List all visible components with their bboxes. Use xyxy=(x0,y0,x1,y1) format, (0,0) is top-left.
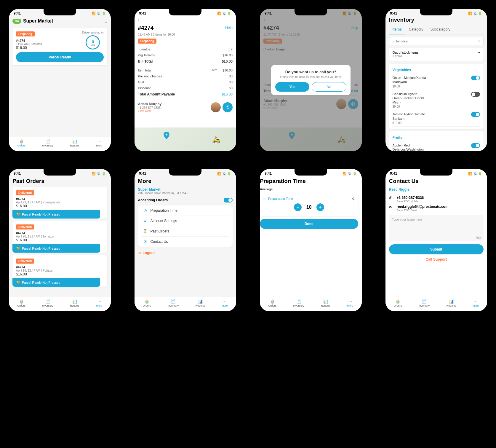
phone-label: Sales POC Mobile xyxy=(397,200,424,203)
menu-account-settings[interactable]: ⚙Account Settings xyxy=(142,216,229,226)
dialog-yes-button[interactable]: Yes xyxy=(275,82,309,92)
done-button[interactable]: Done xyxy=(260,219,358,229)
clock-icon: ◷ xyxy=(143,208,148,213)
stock-toggle[interactable] xyxy=(471,143,480,148)
rider-icon: 🛵 xyxy=(212,136,220,144)
inventory-item[interactable]: Apple - Red Delicious/Washington xyxy=(393,141,480,151)
phone-frame-1: 9:41 📶 📡 🔋 On Super Market ⌕ Preparing xyxy=(6,6,114,154)
tab-inventory[interactable]: 📄Inventory xyxy=(42,139,53,147)
line-desc: 2kg Tomatos xyxy=(138,54,155,57)
phone-frame-7: 9:41📶 📡 🔋 Preparation Time Average ◷Prep… xyxy=(257,166,365,314)
tab-bar: 🧁Orders 📄Inventory 📊Reports ⋯More xyxy=(385,297,487,311)
search-value: Tomatos xyxy=(396,39,408,43)
tab-more[interactable]: ⋯More xyxy=(347,299,353,307)
notch xyxy=(295,169,327,176)
search-icon[interactable]: ⌕ xyxy=(105,19,107,24)
logout-button[interactable]: ➜Logout xyxy=(138,251,233,255)
phone-row[interactable]: ✆ +1 650-287-5336Sales POC Mobile xyxy=(389,196,484,203)
search-input[interactable]: ⌕ Tomatos ✕ xyxy=(389,37,484,45)
inventory-item[interactable]: Onion - Medium/Kanda-Madhyam$8.00 xyxy=(393,74,480,90)
tab-orders[interactable]: 🧁Orders xyxy=(17,299,25,307)
issue-textarea[interactable]: Type your issue here 500 xyxy=(389,215,484,241)
filter-count: 3 Items xyxy=(393,55,480,58)
tab-inventory[interactable]: 📄Inventory xyxy=(293,299,304,307)
store-address: 216 Lincoln Drive Manheim, PA 17545 xyxy=(138,192,233,195)
status-time: 9:41 xyxy=(14,11,21,15)
tab-inventory[interactable]: 📄Inventory xyxy=(42,299,53,307)
status-icons: 📶 📡 🔋 xyxy=(92,12,106,15)
chevron-down-icon: ▾ xyxy=(478,51,480,55)
tab-reports[interactable]: 📊Reports xyxy=(70,139,79,147)
search-icon: ⌕ xyxy=(392,39,394,43)
inventory-item[interactable]: Tomato Hybrid/Tomato Sankarit$10.00 xyxy=(393,110,480,127)
phone-frame-6: 9:41📶 📡 🔋 More Super Market 216 Lincoln … xyxy=(132,166,239,314)
past-order-card[interactable]: Delivered #4274 April 18, 12:47 AM | Pot… xyxy=(12,255,107,287)
email-row[interactable]: ✉ reed.riggle64@prestoeats.comSales POC … xyxy=(389,205,484,212)
tab-more[interactable]: ⋯More xyxy=(96,139,103,147)
past-order-card[interactable]: Delivered #4274 April 20, 11:17 AM | Tom… xyxy=(12,221,107,253)
driver-avatar xyxy=(211,102,221,112)
tab-category[interactable]: Category xyxy=(405,25,427,34)
tab-orders[interactable]: 🧁Orders xyxy=(143,299,151,307)
tab-inventory[interactable]: 📄Inventory xyxy=(419,299,430,307)
tab-inventory[interactable]: 📄Inventory xyxy=(168,299,179,307)
order-id-title: #4274 xyxy=(138,25,154,31)
char-count: 500 xyxy=(476,236,481,240)
tab-orders[interactable]: 🧁Orders xyxy=(394,299,402,307)
page-title: Inventory xyxy=(389,17,484,23)
notch xyxy=(295,9,327,15)
past-order-card[interactable]: Delivered #4274 April 23, 11:47 AM | Pom… xyxy=(12,187,107,219)
call-driver-button[interactable]: ✆ xyxy=(223,102,233,112)
stock-toggle[interactable] xyxy=(471,76,480,80)
stock-toggle[interactable] xyxy=(471,112,480,117)
tab-reports[interactable]: 📊Reports xyxy=(196,299,205,307)
notch xyxy=(169,169,201,176)
page-title: Contact Us xyxy=(389,178,484,184)
preparation-time-card: ◷Preparation Time ✕ − 10 + xyxy=(260,193,358,216)
page-title: Past Orders xyxy=(12,178,107,184)
average-label: Average xyxy=(260,187,358,191)
decrement-button[interactable]: − xyxy=(294,203,302,211)
tab-more[interactable]: ⋯More xyxy=(222,299,228,307)
order-card[interactable]: Preparing #4274 11:47 AM | Tomatos $16.0… xyxy=(12,28,107,65)
email-label: Sales POC Email xyxy=(397,209,449,212)
order-id: #4274 xyxy=(16,39,42,42)
filter-dropdown[interactable]: Out of stock items ▾ 3 Items xyxy=(389,48,484,61)
close-icon[interactable]: ✕ xyxy=(351,196,355,201)
menu-past-orders[interactable]: ⌛Past Orders xyxy=(142,226,229,237)
inventory-item[interactable]: Capsicum Hybrid Green/Sankarit Dhobli Mi… xyxy=(393,90,480,111)
increment-button[interactable]: + xyxy=(316,203,324,211)
phone-frame-2: 9:41📶 📡 🔋 ‹ #4274 Help 11:47 AM | 2 item… xyxy=(132,6,239,154)
inventory-icon: 📄 xyxy=(45,139,50,144)
phone-frame-5: 9:41📶 📡 🔋 Past Orders Delivered #4274 Ap… xyxy=(6,166,114,314)
tab-more[interactable]: ⋯More xyxy=(96,299,103,307)
map-view[interactable]: 🛵 xyxy=(135,127,236,151)
accepting-toggle[interactable] xyxy=(224,198,233,203)
back-icon[interactable]: ‹ xyxy=(138,17,140,23)
stock-toggle[interactable] xyxy=(471,92,480,97)
menu-contact-us[interactable]: ✉Contact Us xyxy=(142,237,229,247)
accepting-label: Accepting Orders xyxy=(138,198,168,202)
help-link[interactable]: Help xyxy=(225,26,233,30)
eta-unit: Mins xyxy=(91,44,95,46)
phone-frame-8: 9:41📶 📡 🔋 Contact Us Reed Riggle ✆ +1 65… xyxy=(383,166,490,314)
parcel-ready-button[interactable]: Parcel Ready xyxy=(16,52,104,62)
tab-reports[interactable]: 📊Reports xyxy=(321,299,330,307)
tab-more[interactable]: ⋯More xyxy=(473,299,479,307)
tab-orders[interactable]: 🧁Orders xyxy=(268,299,276,307)
store-status-badge[interactable]: On xyxy=(12,19,21,24)
notch xyxy=(44,9,76,15)
menu-preparation-time[interactable]: ◷Preparation Time xyxy=(142,205,229,216)
driver-name: Adam Murphy xyxy=(138,102,162,106)
dialog-no-button[interactable]: No xyxy=(312,82,346,92)
clear-icon[interactable]: ✕ xyxy=(478,39,481,43)
tab-subcategory[interactable]: Subcategory xyxy=(427,25,454,34)
submit-button[interactable]: Submit xyxy=(389,244,484,254)
tab-bar: 🧁Orders 📄Inventory 📊Reports ⋯More xyxy=(9,297,111,311)
tab-reports[interactable]: 📊Reports xyxy=(70,299,79,307)
tab-reports[interactable]: 📊Reports xyxy=(447,299,456,307)
store-link[interactable]: Super Market xyxy=(138,187,233,192)
tab-items[interactable]: Items xyxy=(389,25,405,34)
tab-orders[interactable]: 🧁Orders xyxy=(17,139,25,147)
call-support-link[interactable]: Call Support xyxy=(389,257,484,262)
